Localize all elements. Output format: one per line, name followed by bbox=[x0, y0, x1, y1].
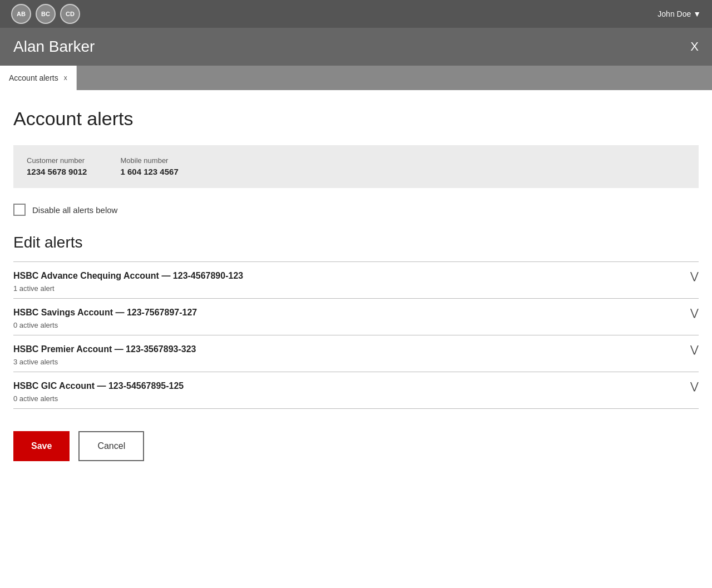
title-bar-close-button[interactable]: X bbox=[690, 39, 699, 54]
customer-number-value: 1234 5678 9012 bbox=[27, 167, 87, 176]
account-alerts-count: 1 active alert bbox=[13, 284, 699, 293]
disable-all-checkbox[interactable] bbox=[13, 204, 26, 216]
user-menu[interactable]: John Doe ▼ bbox=[657, 9, 701, 18]
title-bar: Alan Barker X bbox=[0, 28, 712, 66]
account-alerts-tab[interactable]: Account alerts x bbox=[0, 66, 77, 90]
page-customer-name: Alan Barker bbox=[13, 38, 95, 56]
tab-label: Account alerts bbox=[9, 73, 58, 82]
account-name: HSBC Savings Account — 123-7567897-127 bbox=[13, 308, 197, 318]
button-row: Save Cancel bbox=[13, 431, 699, 461]
customer-number-label: Customer number bbox=[27, 156, 87, 165]
mobile-number-value: 1 604 123 4567 bbox=[120, 167, 178, 176]
main-content: Account alerts Customer number 1234 5678… bbox=[0, 90, 712, 587]
chevron-down-icon: ⋁ bbox=[690, 380, 699, 392]
avatar-bc[interactable]: BC bbox=[36, 4, 56, 24]
disable-all-label: Disable all alerts below bbox=[32, 205, 117, 215]
cancel-button[interactable]: Cancel bbox=[78, 431, 144, 461]
tab-bar: Account alerts x bbox=[0, 66, 712, 90]
account-row[interactable]: HSBC Premier Account — 123-3567893-323 ⋁… bbox=[13, 335, 699, 372]
account-row-header: HSBC GIC Account — 123-54567895-125 ⋁ bbox=[13, 380, 699, 392]
account-row[interactable]: HSBC Advance Chequing Account — 123-4567… bbox=[13, 262, 699, 299]
account-name: HSBC GIC Account — 123-54567895-125 bbox=[13, 381, 184, 391]
account-row-header: HSBC Advance Chequing Account — 123-4567… bbox=[13, 270, 699, 282]
account-row[interactable]: HSBC Savings Account — 123-7567897-127 ⋁… bbox=[13, 299, 699, 335]
account-alerts-count: 3 active alerts bbox=[13, 358, 699, 366]
account-list: HSBC Advance Chequing Account — 123-4567… bbox=[13, 261, 699, 409]
avatar-ab[interactable]: AB bbox=[11, 4, 31, 24]
mobile-number-label: Mobile number bbox=[120, 156, 178, 165]
chevron-down-icon: ⋁ bbox=[690, 307, 699, 319]
chevron-down-icon: ⋁ bbox=[690, 270, 699, 282]
disable-all-row: Disable all alerts below bbox=[13, 204, 699, 216]
customer-number-field: Customer number 1234 5678 9012 bbox=[27, 156, 87, 177]
account-alerts-count: 0 active alerts bbox=[13, 394, 699, 403]
avatar-cd[interactable]: CD bbox=[60, 4, 80, 24]
edit-alerts-title: Edit alerts bbox=[13, 234, 699, 251]
chevron-down-icon: ⋁ bbox=[690, 343, 699, 355]
save-button[interactable]: Save bbox=[13, 431, 70, 461]
account-row-header: HSBC Premier Account — 123-3567893-323 ⋁ bbox=[13, 343, 699, 355]
account-row-header: HSBC Savings Account — 123-7567897-127 ⋁ bbox=[13, 307, 699, 319]
account-row[interactable]: HSBC GIC Account — 123-54567895-125 ⋁ 0 … bbox=[13, 372, 699, 409]
account-alerts-count: 0 active alerts bbox=[13, 321, 699, 329]
info-card: Customer number 1234 5678 9012 Mobile nu… bbox=[13, 145, 699, 188]
tab-close-button[interactable]: x bbox=[64, 74, 67, 82]
account-name: HSBC Premier Account — 123-3567893-323 bbox=[13, 344, 196, 354]
top-nav: AB BC CD John Doe ▼ bbox=[0, 0, 712, 28]
account-name: HSBC Advance Chequing Account — 123-4567… bbox=[13, 271, 243, 281]
avatar-group: AB BC CD bbox=[11, 4, 657, 24]
mobile-number-field: Mobile number 1 604 123 4567 bbox=[120, 156, 178, 177]
page-title: Account alerts bbox=[13, 108, 699, 130]
